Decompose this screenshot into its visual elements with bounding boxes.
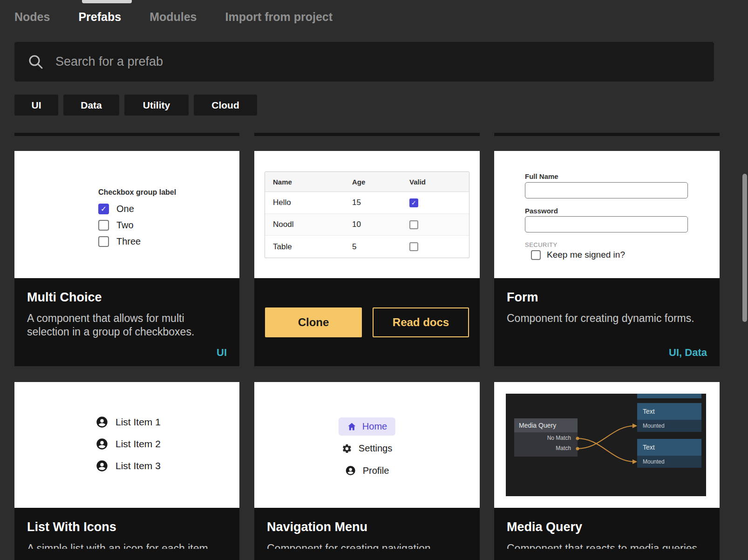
card-info: List With Icons A simple list with an ic… (14, 508, 239, 560)
nav-item-home: Home (339, 417, 395, 436)
card-title: Form (507, 290, 707, 305)
security-label: SECURITY (525, 241, 558, 248)
card-title: Multi Choice (27, 290, 227, 305)
gear-icon (342, 444, 352, 454)
person-icon (95, 459, 109, 472)
filter-bar: UI Data Utility Cloud (14, 95, 257, 116)
list-item: List Item 1 (95, 416, 161, 429)
checkbox-checked-icon: ✓ (409, 198, 418, 207)
card-preview: List Item 1 List Item 2 List Item 3 (14, 382, 239, 508)
card-title: List With Icons (27, 520, 227, 534)
card-tags: UI, Data (669, 347, 707, 359)
person-icon (345, 465, 356, 476)
read-docs-button[interactable]: Read docs (373, 307, 469, 337)
tab-prefabs[interactable]: Prefabs (78, 10, 121, 24)
checkbox-option: Two (98, 220, 176, 231)
tab-import-from-project[interactable]: Import from project (225, 10, 333, 24)
prefab-card-navigation-menu[interactable]: Home Settings Profile Navigation Menu Co… (254, 382, 480, 560)
checkbox-unchecked-icon (409, 242, 418, 251)
checkbox-option: ✓ One (98, 204, 176, 214)
clone-button[interactable]: Clone (265, 307, 362, 337)
home-icon (347, 422, 357, 431)
checkbox-checked-icon: ✓ (98, 204, 109, 214)
checkbox-unchecked-icon (409, 220, 418, 229)
person-icon (95, 416, 109, 429)
table-header-row: Name Age Valid (265, 172, 469, 192)
keep-signed-in-row: Keep me signed in? (525, 250, 625, 260)
checkbox-group-preview: Checkbox group label ✓ One Two Three (98, 188, 176, 253)
card-tags: UI (217, 347, 227, 359)
scrolled-card-edge (254, 133, 480, 136)
card-info: Form Component for creating dynamic form… (494, 278, 720, 366)
checkbox-option: Three (98, 236, 176, 247)
full-name-input (525, 182, 688, 198)
prefab-card-table[interactable]: Name Age Valid Hello 15 ✓ Noodl 10 Table… (254, 151, 480, 366)
password-label: Password (525, 207, 558, 215)
table-row: Table 5 (265, 236, 469, 258)
scrolled-card-edge (494, 133, 720, 136)
node-editor-screenshot: Media Query No Match Match Text Mounted … (506, 394, 706, 496)
password-input (525, 216, 688, 232)
card-description: A component that allows for multi select… (27, 312, 227, 339)
checkbox-group-label: Checkbox group label (98, 188, 176, 197)
active-tab-indicator (82, 0, 132, 3)
tab-modules[interactable]: Modules (150, 10, 197, 24)
card-title: Media Query (507, 520, 707, 534)
tab-bar: Nodes Prefabs Modules Import from projec… (14, 10, 333, 24)
prefab-card-media-query[interactable]: Media Query No Match Match Text Mounted … (494, 382, 720, 560)
list-item: List Item 3 (95, 459, 161, 472)
prefab-card-form[interactable]: Full Name Password SECURITY Keep me sign… (494, 151, 720, 366)
prefab-card-multi-choice[interactable]: Checkbox group label ✓ One Two Three Mul… (14, 151, 239, 366)
nav-item-settings: Settings (342, 443, 392, 454)
scrollbar-thumb[interactable] (742, 174, 747, 322)
connection-wires (506, 394, 706, 496)
card-hover-actions: Clone Read docs (254, 278, 480, 366)
card-description: A simple list with an icon for each item… (27, 542, 227, 549)
list-preview: List Item 1 List Item 2 List Item 3 (95, 416, 161, 481)
filter-utility[interactable]: Utility (124, 95, 189, 116)
card-preview: Media Query No Match Match Text Mounted … (494, 382, 720, 508)
card-title: Navigation Menu (267, 520, 467, 534)
tab-nodes[interactable]: Nodes (14, 10, 50, 24)
checkbox-unchecked-icon (98, 220, 109, 231)
nav-item-profile: Profile (345, 465, 389, 476)
person-icon (95, 437, 109, 451)
card-description: Component for creating navigation menus. (267, 542, 467, 549)
card-preview: Name Age Valid Hello 15 ✓ Noodl 10 Table… (254, 151, 480, 278)
checkbox-unchecked-icon (98, 236, 109, 247)
card-description: Component for creating dynamic forms. (507, 312, 707, 325)
card-description: Component that reacts to media queries. (507, 542, 707, 549)
prefab-browser: Nodes Prefabs Modules Import from projec… (0, 0, 748, 560)
filter-ui[interactable]: UI (14, 95, 58, 116)
search-icon (27, 54, 44, 70)
card-info: Navigation Menu Component for creating n… (254, 508, 480, 560)
list-item: List Item 2 (95, 437, 161, 451)
card-preview: Checkbox group label ✓ One Two Three (14, 151, 239, 278)
scrolled-card-edge (14, 133, 239, 136)
card-info: Multi Choice A component that allows for… (14, 278, 239, 366)
card-preview: Home Settings Profile (254, 382, 480, 508)
filter-data[interactable]: Data (63, 95, 119, 116)
table-row: Noodl 10 (265, 214, 469, 236)
search-input[interactable] (54, 54, 714, 69)
card-preview: Full Name Password SECURITY Keep me sign… (494, 151, 720, 278)
checkbox-unchecked-icon (531, 250, 541, 260)
full-name-label: Full Name (525, 172, 558, 180)
table-row: Hello 15 ✓ (265, 192, 469, 214)
card-info: Media Query Component that reacts to med… (494, 508, 720, 560)
search-bar (14, 42, 714, 82)
filter-cloud[interactable]: Cloud (194, 95, 257, 116)
table-preview: Name Age Valid Hello 15 ✓ Noodl 10 Table… (265, 171, 469, 258)
prefab-card-list-with-icons[interactable]: List Item 1 List Item 2 List Item 3 List… (14, 382, 239, 560)
